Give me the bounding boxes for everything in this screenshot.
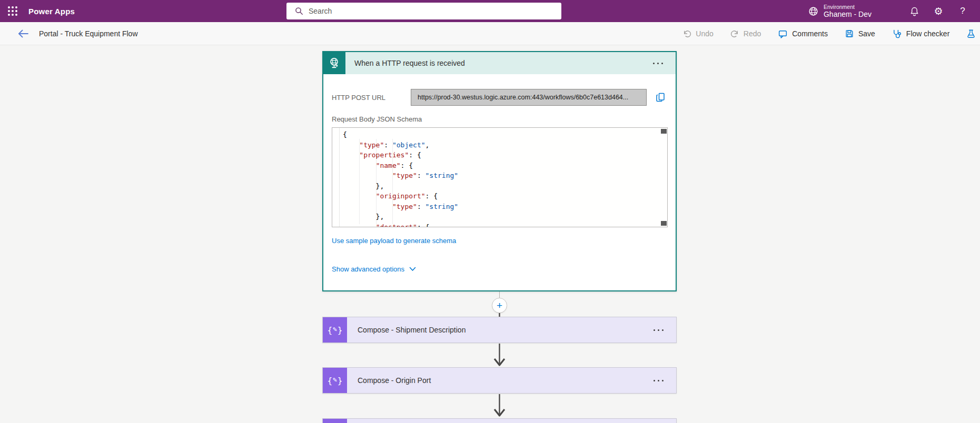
trigger-menu-button[interactable] bbox=[652, 59, 664, 67]
editor-scrollbar-bottom[interactable] bbox=[661, 221, 667, 226]
save-icon bbox=[845, 29, 854, 38]
http-post-url-value: https://prod-30.westus.logic.azure.com:4… bbox=[411, 89, 647, 106]
editor-scrollbar-thumb[interactable] bbox=[661, 129, 667, 134]
comments-icon bbox=[778, 29, 788, 39]
action-card-compose-shipment-description[interactable]: {✎} Compose - Shipment Description bbox=[322, 317, 677, 343]
back-arrow-icon bbox=[17, 29, 29, 38]
connector-arrow bbox=[492, 394, 507, 417]
undo-icon bbox=[682, 29, 691, 38]
test-flask-icon bbox=[966, 29, 976, 38]
show-advanced-options-link[interactable]: Show advanced options bbox=[332, 265, 667, 273]
json-schema-code[interactable]: { "type": "object", "properties": { "nam… bbox=[332, 128, 667, 227]
notifications-button[interactable] bbox=[902, 0, 926, 22]
bell-icon bbox=[909, 6, 919, 16]
http-request-trigger-icon bbox=[323, 52, 345, 74]
compose-data-operation-icon: {✎} bbox=[323, 317, 347, 343]
save-button[interactable]: Save bbox=[839, 24, 880, 43]
redo-icon bbox=[730, 29, 739, 38]
action-title: Compose - Shipment Description bbox=[358, 326, 466, 334]
trigger-card-header[interactable]: When a HTTP request is received bbox=[323, 52, 676, 74]
action-card-partial[interactable]: {✎} bbox=[322, 418, 677, 423]
action-menu-button[interactable] bbox=[652, 377, 665, 385]
action-menu-button[interactable] bbox=[652, 326, 665, 334]
copy-url-button[interactable] bbox=[654, 90, 667, 104]
flow-checker-button[interactable]: Flow checker bbox=[887, 24, 955, 43]
http-post-url-label: HTTP POST URL bbox=[332, 94, 411, 102]
undo-button[interactable]: Undo bbox=[677, 24, 718, 43]
compose-data-operation-icon: {✎} bbox=[323, 368, 347, 393]
schema-label: Request Body JSON Schema bbox=[332, 115, 667, 123]
chevron-down-icon bbox=[409, 267, 416, 271]
help-button[interactable]: ? bbox=[951, 0, 975, 22]
redo-button[interactable]: Redo bbox=[725, 24, 766, 43]
action-title: Compose - Origin Port bbox=[358, 376, 431, 385]
brand-title[interactable]: Power Apps bbox=[28, 7, 75, 16]
plus-icon: + bbox=[497, 300, 502, 311]
trigger-card-http-request[interactable]: When a HTTP request is received HTTP POS… bbox=[322, 51, 677, 291]
app-launcher-waffle-icon[interactable] bbox=[0, 0, 25, 22]
trigger-title: When a HTTP request is received bbox=[354, 59, 465, 67]
global-search[interactable] bbox=[286, 3, 561, 19]
flow-designer-canvas: When a HTTP request is received HTTP POS… bbox=[0, 45, 980, 423]
copy-icon bbox=[655, 92, 666, 103]
json-schema-editor[interactable]: { "type": "object", "properties": { "nam… bbox=[332, 127, 668, 227]
comments-button[interactable]: Comments bbox=[773, 24, 833, 43]
flow-checker-icon bbox=[892, 29, 902, 39]
use-sample-payload-link[interactable]: Use sample payload to generate schema bbox=[332, 237, 456, 245]
search-input[interactable] bbox=[308, 6, 556, 16]
back-button[interactable] bbox=[16, 26, 31, 41]
action-card-compose-origin-port[interactable]: {✎} Compose - Origin Port bbox=[322, 367, 677, 394]
gear-icon: ⚙ bbox=[934, 6, 943, 16]
top-app-bar: Power Apps Environment Ghanem - Dev bbox=[0, 0, 980, 22]
environment-globe-icon bbox=[808, 6, 819, 17]
flow-title: Portal - Truck Equipment Flow bbox=[39, 29, 138, 38]
help-icon: ? bbox=[960, 6, 965, 16]
settings-button[interactable]: ⚙ bbox=[926, 0, 951, 22]
environment-label: Environment bbox=[824, 4, 872, 10]
search-icon bbox=[295, 7, 303, 15]
insert-step-plus-button[interactable]: + bbox=[492, 298, 507, 313]
environment-name: Ghanem - Dev bbox=[824, 10, 872, 18]
flow-command-bar: Portal - Truck Equipment Flow Undo Redo … bbox=[0, 22, 980, 45]
connector-arrow bbox=[492, 344, 507, 367]
environment-picker[interactable]: Environment Ghanem - Dev bbox=[808, 4, 872, 18]
compose-data-operation-icon: {✎} bbox=[323, 419, 347, 423]
test-button[interactable]: Test bbox=[961, 24, 980, 43]
